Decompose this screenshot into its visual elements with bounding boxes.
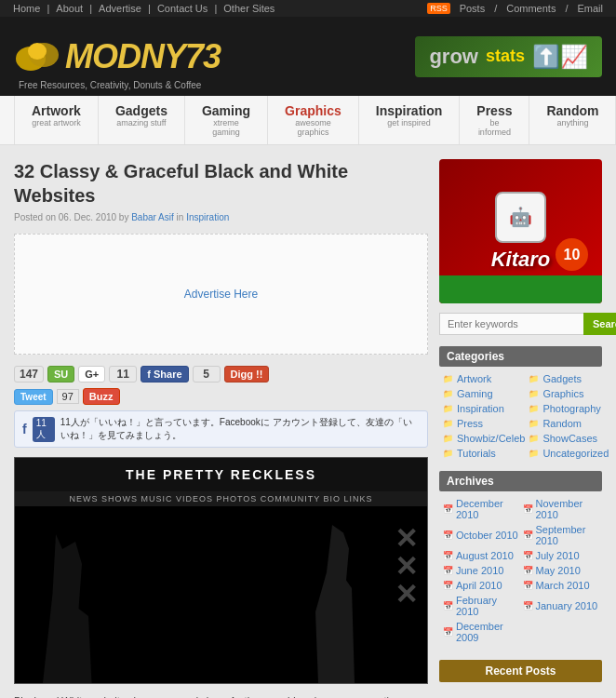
search-input[interactable] [439, 313, 583, 335]
kitaro-robot-icon: 🤖 [495, 192, 546, 243]
digg-button[interactable]: Digg !! [224, 366, 270, 383]
archive-dec-2009[interactable]: December 2009 [443, 620, 519, 644]
nav-gadgets[interactable]: Gadgets amazing stuff [99, 96, 185, 144]
top-navigation: Home | About | Advertise | Contact Us | … [0, 0, 616, 17]
category-gaming[interactable]: Gaming [443, 387, 525, 400]
preview-site-nav: NEWS SHOWS MUSIC VIDEOS PHOTOS COMMUNITY… [15, 491, 427, 506]
main-navigation: Artwork great artwork Gadgets amazing st… [0, 96, 616, 145]
article-meta: Posted on 06. Dec. 2010 by Babar Asif in… [14, 212, 428, 222]
nav-press-label: Press [476, 103, 512, 118]
category-graphics[interactable]: Graphics [529, 387, 609, 400]
fb-bar-text: 11人が「いいね！」と言っています。Facebookに アカウント登録して、友達… [60, 416, 420, 442]
category-gadgets[interactable]: Gadgets [529, 372, 609, 385]
category-inspiration[interactable]: Inspiration [443, 402, 525, 415]
top-nav-email[interactable]: Email [577, 3, 603, 14]
kitaro-text: Kitaro [491, 248, 551, 272]
nav-gaming-sub: xtreme gaming [202, 118, 250, 137]
categories-section: Categories Artwork Gadgets Gaming Graphi… [439, 346, 602, 460]
category-link[interactable]: Inspiration [186, 212, 229, 222]
archive-dec-2010[interactable]: December 2010 [443, 497, 519, 521]
count-11: 11 [109, 366, 137, 383]
archive-jun-2010[interactable]: June 2010 [443, 564, 519, 577]
nav-artwork-sub: great artwork [32, 118, 81, 128]
kitaro-banner[interactable]: 🤖 Kitaro 10 [439, 159, 602, 303]
post-date: Posted on 06. Dec. 2010 by [14, 212, 128, 222]
buzz-button[interactable]: Buzz [83, 388, 120, 405]
facebook-share-button[interactable]: f Share [141, 366, 188, 383]
advertise-link[interactable]: Advertise Here [184, 288, 258, 301]
main-content: 32 Classy & Graceful Black and White Web… [14, 159, 428, 698]
stats-text: stats [486, 47, 525, 66]
site-header: MODNY73 Free Resources, Creativity, Donu… [0, 17, 616, 96]
nav-gaming[interactable]: Gaming xtreme gaming [185, 96, 268, 144]
nav-artwork-label: Artwork [32, 103, 81, 118]
ad-box: Advertise Here [14, 234, 428, 355]
top-nav-about[interactable]: About [56, 3, 83, 14]
category-uncategorized[interactable]: Uncategorized [529, 447, 609, 460]
article-paragraph: Black and White websites has grace and c… [14, 693, 428, 698]
logo-area[interactable]: MODNY73 [14, 37, 221, 76]
nav-graphics[interactable]: Graphics awesome graphics [268, 96, 359, 144]
categories-title: Categories [439, 346, 602, 367]
kitaro-grass [439, 275, 602, 303]
sidebar: 🤖 Kitaro 10 Search Categories Artwork Ga… [439, 159, 602, 698]
top-nav-contact[interactable]: Contact Us [157, 3, 208, 14]
category-artwork[interactable]: Artwork [443, 372, 525, 385]
preview-site-content: ✕✕✕ [15, 506, 427, 683]
kitaro-badge: 10 [556, 238, 588, 271]
archive-oct-2010[interactable]: October 2010 [443, 523, 519, 547]
nav-graphics-sub: awesome graphics [285, 118, 341, 137]
archives-list: December 2010 November 2010 October 2010… [439, 497, 602, 644]
archive-may-2010[interactable]: May 2010 [523, 564, 599, 577]
nav-gaming-label: Gaming [202, 103, 250, 118]
social-buttons-row: 147 SU G+ 11 f Share 5 Digg !! [14, 366, 428, 383]
logo-text: MODNY73 [65, 37, 221, 76]
website-preview: THE PRETTY RECKLESS NEWS SHOWS MUSIC VID… [14, 457, 428, 684]
archives-title: Archives [439, 471, 602, 491]
fb-like-count: 11人 [33, 417, 55, 442]
search-button[interactable]: Search [583, 313, 616, 335]
nav-graphics-label: Graphics [285, 103, 341, 118]
archive-jul-2010[interactable]: July 2010 [523, 549, 599, 562]
recent-posts-button[interactable]: Recent Posts [439, 660, 602, 682]
category-showbiz[interactable]: Showbiz/Celeb [443, 432, 525, 445]
top-nav-advertise[interactable]: Advertise [99, 3, 141, 14]
author-link[interactable]: Babar Asif [131, 212, 174, 222]
gplus-button[interactable]: G+ [78, 366, 105, 383]
category-tutorials[interactable]: Tutorials [443, 447, 525, 460]
growstats-banner[interactable]: grow stats ⬆️📈 [415, 36, 602, 77]
archive-nov-2010[interactable]: November 2010 [523, 497, 599, 521]
rss-icon: RSS [427, 3, 450, 14]
archive-mar-2010[interactable]: March 2010 [523, 579, 599, 592]
category-random[interactable]: Random [529, 417, 609, 430]
nav-artwork[interactable]: Artwork great artwork [14, 96, 99, 144]
facebook-logo: f [22, 422, 27, 436]
grow-text: grow [429, 45, 478, 69]
chart-arrow-icon: ⬆️📈 [532, 44, 588, 70]
tweet-button[interactable]: Tweet [14, 389, 53, 405]
nav-inspiration[interactable]: Inspiration get inspired [359, 96, 461, 144]
xxx-marks: ✕✕✕ [395, 525, 418, 609]
site-tagline: Free Resources, Creativity, Donuts & Cof… [19, 80, 201, 90]
archive-feb-2010[interactable]: February 2010 [443, 594, 519, 618]
content-wrapper: 32 Classy & Graceful Black and White Web… [0, 145, 616, 698]
top-nav-posts[interactable]: Posts [460, 3, 486, 14]
article-title: 32 Classy & Graceful Black and White Web… [14, 159, 428, 208]
stumbleupon-button[interactable]: SU [47, 366, 74, 383]
archive-jan-2010[interactable]: January 2010 [523, 594, 599, 618]
archive-aug-2010[interactable]: August 2010 [443, 549, 519, 562]
category-photography[interactable]: Photography [529, 402, 609, 415]
top-nav-comments[interactable]: Comments [506, 3, 556, 14]
category-press[interactable]: Press [443, 417, 525, 430]
top-nav-other[interactable]: Other Sites [223, 3, 275, 14]
count-5: 5 [193, 366, 221, 383]
archive-sep-2010[interactable]: September 2010 [523, 523, 599, 547]
count-147: 147 [14, 366, 44, 383]
silhouette-right [315, 525, 371, 683]
archives-section: Archives December 2010 November 2010 Oct… [439, 471, 602, 644]
nav-press[interactable]: Press be informed [460, 96, 529, 144]
archive-apr-2010[interactable]: April 2010 [443, 579, 519, 592]
top-nav-home[interactable]: Home [13, 3, 40, 14]
category-showcases[interactable]: ShowCases [529, 432, 609, 445]
nav-random[interactable]: Random anything [529, 96, 616, 144]
